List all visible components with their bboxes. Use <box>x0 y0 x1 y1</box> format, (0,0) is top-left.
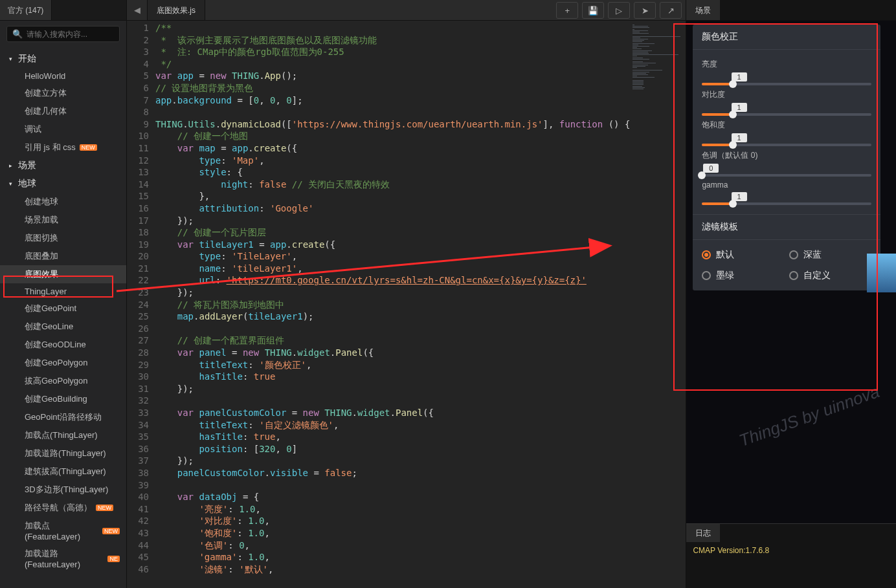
color-correction-panel: 颜色校正 亮度1对比度1饱和度1色调（默认值 0)0gamma1 滤镜模板 默认… <box>693 25 880 290</box>
filter-template-title: 滤镜模板 <box>693 214 880 240</box>
tree-item[interactable]: 底图效果 <box>0 265 126 283</box>
file-tab[interactable]: 底图效果.js <box>148 0 205 20</box>
watermark: ThingJS by uinnova <box>736 382 882 451</box>
search-container: 🔍 <box>6 26 120 42</box>
editor-area: ◀ 底图效果.js + 💾 ▷ ➤ ↗ 12345678910111213141… <box>127 0 686 588</box>
scene-tab[interactable]: 场景 <box>686 0 720 20</box>
slider-value: 0 <box>703 164 719 173</box>
log-tab[interactable]: 日志 <box>686 524 720 542</box>
scene-view[interactable]: 颜色校正 亮度1对比度1饱和度1色调（默认值 0)0gamma1 滤镜模板 默认… <box>686 21 896 523</box>
filter-radio[interactable]: 墨绿 <box>702 270 784 281</box>
add-button[interactable]: + <box>556 2 578 19</box>
slider-label: 对比度 <box>702 89 871 100</box>
tree-item[interactable]: 创建GeoODLine <box>0 336 126 354</box>
toolbar: ◀ 底图效果.js + 💾 ▷ ➤ ↗ <box>127 0 686 21</box>
tree-item[interactable]: 3D多边形(ThingLayer) <box>0 481 126 499</box>
slider-label: 饱和度 <box>702 120 871 131</box>
tree-item[interactable]: 创建立方体 <box>0 84 126 102</box>
tree-item[interactable]: 场景加载 <box>0 211 126 229</box>
tree-item[interactable]: 创建几何体 <box>0 102 126 120</box>
send-button[interactable]: ➤ <box>634 2 656 19</box>
slider-label: 色调（默认值 0) <box>702 150 871 161</box>
tree-group[interactable]: ▾地球 <box>0 175 126 193</box>
tree-item[interactable]: 加载道路(ThingLayer) <box>0 444 126 463</box>
tree-item[interactable]: GeoPoint沿路径移动 <box>0 408 126 426</box>
tree-item[interactable]: 底图切换 <box>0 229 126 247</box>
code-editor[interactable]: 1234567891011121314151617181920212223242… <box>127 21 630 588</box>
tree-item[interactable]: 加载道路(FeatureLayer)NE <box>0 545 126 572</box>
slider[interactable]: 亮度1 <box>702 59 871 85</box>
sidebar: 官方 (147) 🔍 ▾开始HelloWorld创建立方体创建几何体调试引用 j… <box>0 0 127 588</box>
right-panel: 场景 颜色校正 亮度1对比度1饱和度1色调（默认值 0)0gamma1 滤镜模板… <box>686 0 896 588</box>
tree-item[interactable]: 路径导航（高德）NEW <box>0 499 126 517</box>
slider-track[interactable] <box>702 144 871 146</box>
tree-item[interactable]: 创建GeoPolygon <box>0 354 126 372</box>
log-panel: 日志 CMAP Version:1.7.6.8 <box>686 523 896 588</box>
slider-track[interactable] <box>702 174 871 177</box>
tree-item[interactable]: ThingLayer <box>0 283 126 299</box>
log-line: CMAP Version:1.7.6.8 <box>693 546 890 555</box>
search-icon: 🔍 <box>12 29 23 39</box>
nav-back-button[interactable]: ◀ <box>127 0 148 20</box>
filter-radio[interactable]: 深蓝 <box>789 249 871 261</box>
tree-item[interactable]: 建筑拔高(ThingLayer) <box>0 463 126 481</box>
log-body: CMAP Version:1.7.6.8 <box>686 542 896 588</box>
sidebar-tabs: 官方 (147) <box>0 0 126 21</box>
tree-item[interactable]: 底图叠加 <box>0 247 126 265</box>
tree-item[interactable]: 引用 js 和 cssNEW <box>0 138 126 157</box>
tree-group[interactable]: ▾开始 <box>0 50 126 68</box>
tree-item[interactable]: 拔高GeoPolygon <box>0 372 126 390</box>
example-tree[interactable]: ▾开始HelloWorld创建立方体创建几何体调试引用 js 和 cssNEW▸… <box>0 47 126 588</box>
slider-track[interactable] <box>702 202 871 205</box>
tree-item[interactable]: 加载点(ThingLayer) <box>0 426 126 444</box>
tree-item[interactable]: 加载点(FeatureLayer)NEW <box>0 517 126 545</box>
minimap[interactable] <box>630 21 686 588</box>
slider-track[interactable] <box>702 83 871 85</box>
save-button[interactable]: 💾 <box>582 2 604 19</box>
tree-group[interactable]: ▸场景 <box>0 157 126 175</box>
slider[interactable]: 色调（默认值 0)0 <box>702 150 871 177</box>
tree-item[interactable]: 调试 <box>0 120 126 138</box>
slider[interactable]: 饱和度1 <box>702 120 871 146</box>
tree-item[interactable]: 创建GeoLine <box>0 318 126 336</box>
tree-item[interactable]: HelloWorld <box>0 68 126 84</box>
slider[interactable]: 对比度1 <box>702 89 871 116</box>
search-input[interactable] <box>27 30 124 39</box>
slider-label: gamma <box>702 180 871 190</box>
filter-radio[interactable]: 自定义 <box>789 270 871 281</box>
slider[interactable]: gamma1 <box>702 180 871 205</box>
filter-radio[interactable]: 默认 <box>702 249 784 261</box>
tree-item[interactable]: 创建GeoBuilding <box>0 390 126 408</box>
tree-item[interactable]: 创建GeoPoint <box>0 299 126 318</box>
panel-title: 颜色校正 <box>693 25 880 50</box>
open-button[interactable]: ↗ <box>660 2 682 19</box>
slider-track[interactable] <box>702 113 871 116</box>
run-button[interactable]: ▷ <box>608 2 630 19</box>
tree-item[interactable]: 创建地球 <box>0 193 126 211</box>
sidebar-tab-official[interactable]: 官方 (147) <box>0 0 52 20</box>
slider-label: 亮度 <box>702 59 871 70</box>
